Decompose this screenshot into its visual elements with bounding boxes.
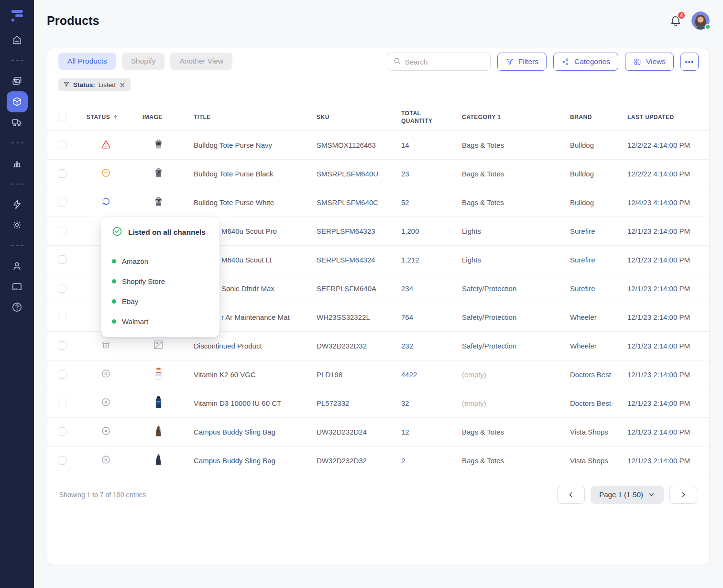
- home-icon: [11, 34, 22, 45]
- table-row[interactable]: Campus Buddy Sling BagDW32D232D322Bags &…: [47, 446, 709, 475]
- row-checkbox[interactable]: [58, 141, 66, 149]
- column-header-total-quantity[interactable]: TOTAL QUANTITY: [401, 104, 462, 131]
- row-checkbox[interactable]: [58, 255, 66, 264]
- cell-sku: SMSMOX1126463: [317, 131, 401, 159]
- status-unlisted-icon[interactable]: [101, 397, 111, 407]
- status-paused-icon[interactable]: [101, 168, 111, 178]
- cell-category: Lights: [462, 245, 570, 274]
- row-checkbox[interactable]: [58, 198, 66, 207]
- categories-icon: [561, 57, 570, 66]
- views-button[interactable]: Views: [625, 53, 674, 71]
- cell-category: Safety/Protection: [462, 274, 570, 303]
- cell-checkbox: [47, 159, 87, 188]
- cube-icon: [11, 96, 22, 107]
- sidebar-item-help[interactable]: [0, 297, 34, 317]
- sidebar-nav: [0, 30, 34, 317]
- cell-last-updated: 12/1/23 2:14:00 PM: [627, 389, 709, 417]
- cell-brand: Doctors Best: [570, 360, 627, 389]
- table-row[interactable]: Campus Buddy Sling BagDW32D232D2412Bags …: [47, 417, 709, 446]
- row-checkbox[interactable]: [58, 341, 66, 350]
- cell-status: [87, 417, 142, 446]
- status-syncing-icon[interactable]: [101, 196, 111, 207]
- cell-quantity: 1,200: [401, 217, 462, 245]
- cell-category: Safety/Protection: [462, 303, 570, 331]
- filters-button[interactable]: Filters: [497, 53, 547, 71]
- column-header-image[interactable]: IMAGE: [142, 104, 194, 131]
- bell-icon: [669, 20, 682, 28]
- header-checkbox-cell: [47, 104, 87, 131]
- cell-checkbox: [47, 274, 87, 303]
- channel-item-ebay: Ebay: [112, 291, 209, 311]
- views-icon: [633, 57, 642, 66]
- online-status-dot: [705, 24, 711, 30]
- status-filter-chip[interactable]: Status: Listed: [58, 78, 131, 91]
- table-row[interactable]: Bulldog Tote Purse NavySMSMOX112646314Ba…: [47, 131, 709, 159]
- select-all-checkbox[interactable]: [58, 113, 66, 121]
- status-unlisted-icon[interactable]: [101, 426, 111, 436]
- cell-sku: DW32D232D32: [317, 331, 401, 360]
- tab-all-products[interactable]: All Products: [58, 53, 116, 70]
- cell-last-updated: 12/1/23 2:14:00 PM: [627, 274, 709, 303]
- topbar: Products 4: [34, 0, 723, 41]
- search-input[interactable]: [405, 58, 485, 66]
- cell-category: Bags & Totes: [462, 131, 570, 159]
- row-checkbox[interactable]: [58, 227, 66, 235]
- sidebar-divider: [0, 235, 34, 256]
- column-header-last-updated[interactable]: LAST UPDATED: [627, 104, 709, 131]
- sidebar-item-settings[interactable]: [0, 215, 34, 235]
- channel-list: AmazonShopify StoreEbayWalmart: [101, 246, 219, 338]
- sidebar-item-account[interactable]: [0, 256, 34, 276]
- column-header-status[interactable]: STATUS: [87, 104, 142, 131]
- chevron-down-icon: [648, 491, 655, 498]
- cell-image: [142, 360, 194, 389]
- row-checkbox[interactable]: [58, 370, 66, 379]
- cell-status: [87, 446, 142, 475]
- previous-page-button[interactable]: [557, 486, 585, 504]
- product-image-tote-bag: [152, 137, 165, 151]
- filter-icon: [505, 57, 514, 66]
- categories-button[interactable]: Categories: [553, 53, 618, 71]
- sidebar-item-products[interactable]: [0, 91, 34, 112]
- tab-shopify[interactable]: Shopify: [122, 53, 165, 70]
- status-unlisted-icon[interactable]: [101, 455, 111, 465]
- sidebar-item-shipping[interactable]: [0, 112, 34, 132]
- status-unlisted-icon[interactable]: [101, 369, 111, 379]
- tab-another-view[interactable]: Another View: [170, 53, 232, 70]
- table-row[interactable]: Vitamin D3 10000 IU 60 CTPL57233232(empt…: [47, 389, 709, 417]
- sidebar-item-analytics[interactable]: [0, 153, 34, 174]
- cell-sku: PL572332: [317, 389, 401, 417]
- page-select[interactable]: Page 1 (1-50): [591, 486, 664, 504]
- row-checkbox[interactable]: [58, 456, 66, 465]
- more-actions-button[interactable]: •••: [680, 53, 699, 71]
- cell-brand: Wheeler: [570, 331, 627, 360]
- remove-filter-icon[interactable]: [119, 82, 126, 88]
- sidebar-item-automation[interactable]: [0, 194, 34, 215]
- next-page-button[interactable]: [669, 486, 697, 504]
- sidebar-item-home[interactable]: [0, 30, 34, 50]
- column-header-brand[interactable]: BRAND: [570, 104, 627, 131]
- column-header-sku[interactable]: SKU: [317, 104, 401, 131]
- notifications-button[interactable]: 4: [669, 14, 682, 27]
- cell-checkbox: [47, 417, 87, 446]
- sidebar-item-media[interactable]: [0, 71, 34, 91]
- row-checkbox[interactable]: [58, 313, 66, 321]
- sidebar-item-billing[interactable]: [0, 276, 34, 297]
- row-checkbox[interactable]: [58, 169, 66, 178]
- table-row[interactable]: Bulldog Tote Purse WhiteSMSRPLSFM640C52B…: [47, 188, 709, 217]
- column-header-title[interactable]: TITLE: [194, 104, 317, 131]
- table-row[interactable]: Bulldog Tote Purse BlackSMSRPLSFM640U23B…: [47, 159, 709, 188]
- cell-checkbox: [47, 245, 87, 274]
- row-checkbox[interactable]: [58, 284, 66, 293]
- status-alert-icon[interactable]: [101, 139, 111, 149]
- table-row[interactable]: Vitamin K2 60 VGCPLD1984422(empty)Doctor…: [47, 360, 709, 389]
- cell-category: (empty): [462, 360, 570, 389]
- app-logo[interactable]: [8, 6, 27, 25]
- cell-checkbox: [47, 217, 87, 245]
- row-checkbox[interactable]: [58, 427, 66, 436]
- user-avatar[interactable]: [691, 11, 710, 30]
- gear-icon: [11, 219, 22, 230]
- status-archived-icon[interactable]: [101, 340, 111, 350]
- cell-quantity: 4422: [401, 360, 462, 389]
- column-header-category-1[interactable]: CATEGORY 1: [462, 104, 570, 131]
- row-checkbox[interactable]: [58, 399, 66, 407]
